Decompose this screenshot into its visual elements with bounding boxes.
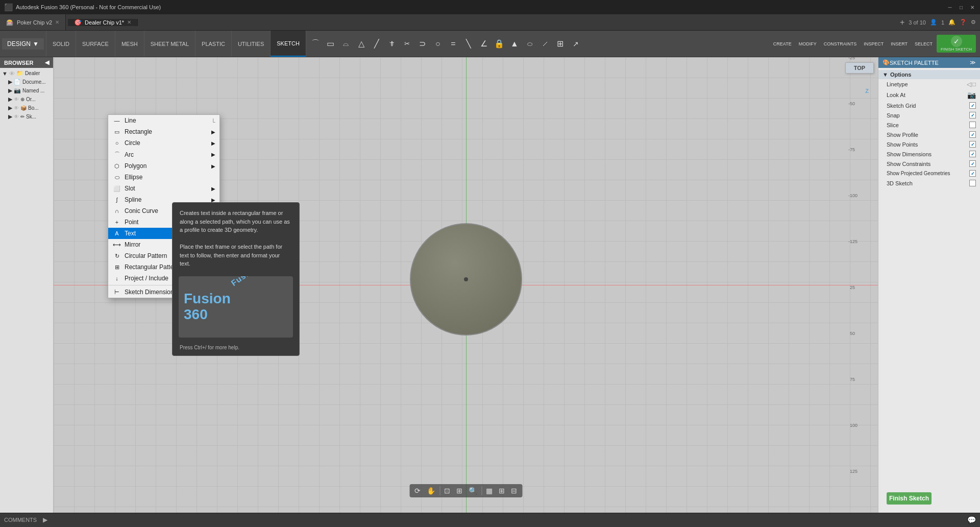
pan-icon[interactable]: ✋: [425, 486, 437, 496]
zoom-in-icon[interactable]: 🔍: [467, 486, 479, 496]
menu-item-slot[interactable]: ⬜ Slot ▶: [108, 183, 219, 194]
tool-trim[interactable]: ✂: [400, 35, 414, 53]
zoom-window-icon[interactable]: ⊞: [454, 486, 464, 496]
tool-equals[interactable]: =: [446, 35, 460, 53]
look-at-icon[interactable]: 📷: [967, 91, 976, 99]
maximize-button[interactable]: □: [958, 4, 965, 11]
canvas-area[interactable]: TOP Z -25 -50 -75 -100 -125 25 50 75 100…: [54, 57, 878, 513]
show-projected-row[interactable]: Show Projected Geometries: [878, 169, 980, 178]
tool-circle[interactable]: ○: [431, 35, 445, 53]
browser-item-5[interactable]: ▶ 👁 ✏ Sk...: [0, 112, 53, 121]
tool-curve[interactable]: 🗡: [385, 35, 399, 53]
visibility-icon4[interactable]: 👁: [14, 114, 19, 119]
minimize-button[interactable]: ─: [946, 4, 953, 11]
insert-group[interactable]: INSERT: [888, 40, 911, 47]
tool-line[interactable]: ⌒: [308, 35, 323, 53]
browser-item-4[interactable]: ▶ 👁 📦 Bo...: [0, 104, 53, 112]
design-dropdown-button[interactable]: DESIGN ▼: [2, 38, 44, 50]
tab-plastic[interactable]: PLASTIC: [195, 31, 232, 57]
view-settings-icon[interactable]: ⊟: [509, 486, 519, 496]
show-projected-checkbox[interactable]: [969, 170, 976, 177]
visibility-icon3[interactable]: 👁: [14, 105, 19, 111]
close-button[interactable]: ✕: [969, 4, 976, 11]
tool-slash2[interactable]: ⟋: [538, 35, 552, 53]
tab-utilities[interactable]: UTILITIES: [232, 31, 271, 57]
tool-arc[interactable]: ⌓: [339, 35, 353, 53]
tool-rect[interactable]: ▭: [324, 35, 338, 53]
show-constraints-checkbox[interactable]: [969, 160, 976, 167]
menu-item-polygon[interactable]: ⬡ Polygon ▶: [108, 160, 219, 172]
menu-item-ellipse[interactable]: ⬭ Ellipse: [108, 172, 219, 183]
visibility-icon[interactable]: 👁: [9, 70, 15, 77]
tool-pattern[interactable]: ⊞: [553, 35, 568, 53]
display-settings-icon[interactable]: ▦: [484, 486, 495, 496]
visibility-icon2[interactable]: 👁: [14, 97, 19, 102]
menu-item-arc[interactable]: ⌒ Arc ▶: [108, 149, 219, 160]
show-dimensions-checkbox[interactable]: [969, 151, 976, 157]
sketch-palette-expand-icon[interactable]: ≫: [970, 59, 976, 66]
notification-icon[interactable]: 🔔: [948, 19, 955, 26]
orbit-icon[interactable]: ⟳: [412, 486, 423, 496]
view-cube[interactable]: TOP: [845, 62, 874, 74]
show-points-row[interactable]: Show Points: [878, 139, 980, 149]
select-group[interactable]: SELECT: [912, 40, 936, 47]
tab-solid[interactable]: SOLID: [46, 31, 76, 57]
sketch-grid-checkbox[interactable]: [969, 102, 976, 109]
slice-checkbox[interactable]: [969, 122, 976, 128]
browser-expand-icon[interactable]: ◀: [45, 59, 49, 66]
snap-row[interactable]: Snap: [878, 110, 980, 120]
item-label: Sk...: [26, 114, 36, 119]
tool-triangle[interactable]: △: [354, 35, 369, 53]
tool-pointer[interactable]: ↗: [569, 35, 583, 53]
tool-angle[interactable]: ∠: [477, 35, 491, 53]
show-profile-row[interactable]: Show Profile: [878, 130, 980, 139]
tab-close-dealer[interactable]: ✕: [127, 19, 131, 25]
create-group[interactable]: CREATE: [770, 40, 795, 47]
3d-sketch-row[interactable]: 3D Sketch: [878, 178, 980, 188]
snap-checkbox[interactable]: [969, 112, 976, 118]
tab-surface[interactable]: SURFACE: [76, 31, 115, 57]
tool-line2[interactable]: ╱: [370, 35, 384, 53]
menu-item-circle[interactable]: ○ Circle ▶: [108, 137, 219, 149]
add-tab-button[interactable]: +: [900, 18, 904, 27]
help-icon[interactable]: ❓: [960, 19, 967, 26]
show-profile-checkbox[interactable]: [969, 131, 976, 138]
comment-expand-icon[interactable]: ▶: [43, 516, 47, 523]
menu-item-line[interactable]: — Line L: [108, 115, 219, 126]
tab-mesh[interactable]: MESH: [115, 31, 144, 57]
show-constraints-row[interactable]: Show Constraints: [878, 159, 980, 169]
tool-offset[interactable]: ⊃: [415, 35, 430, 53]
grid-settings-icon[interactable]: ⊞: [497, 486, 507, 496]
linetype-icon-1[interactable]: ◁: [967, 81, 971, 88]
finish-sketch-group[interactable]: ✓ FINISH SKETCH: [937, 35, 976, 53]
browser-item-1[interactable]: ▶ 📄 Docume...: [0, 78, 53, 86]
slice-row[interactable]: Slice: [878, 120, 980, 130]
menu-item-rectangle[interactable]: ▭ Rectangle ▶: [108, 126, 219, 137]
tab-sheet-metal[interactable]: SHEET METAL: [144, 31, 195, 57]
linetype-icon-2[interactable]: □: [972, 81, 976, 88]
tool-slash[interactable]: ╲: [461, 35, 476, 53]
comment-add-icon[interactable]: 💬: [967, 516, 976, 524]
tool-ellipse[interactable]: ⬭: [523, 35, 537, 53]
tool-triange2[interactable]: ▲: [507, 35, 522, 53]
modify-group[interactable]: MODIFY: [796, 40, 820, 47]
3d-sketch-checkbox[interactable]: [969, 180, 976, 186]
tab-poker-chip[interactable]: 🎰 Poker Chip v2 ✕: [0, 14, 66, 30]
tab-close-poker-chip[interactable]: ✕: [55, 19, 59, 25]
show-projected-label: Show Projected Geometries: [887, 171, 950, 176]
show-dimensions-row[interactable]: Show Dimensions: [878, 149, 980, 159]
browser-item-3[interactable]: ▶ 👁 ⊕ Or...: [0, 95, 53, 104]
tab-dealer-chip[interactable]: 🎯 Dealer Chip v1* ✕: [68, 19, 138, 26]
browser-item-0[interactable]: ▼ 👁 📁 Dealer: [0, 69, 53, 78]
finish-sketch-button[interactable]: Finish Sketch: [887, 492, 932, 505]
sketch-grid-row[interactable]: Sketch Grid: [878, 101, 980, 110]
tool-lock[interactable]: 🔒: [492, 35, 506, 53]
zoom-fit-icon[interactable]: ⊡: [442, 486, 452, 496]
show-points-checkbox[interactable]: [969, 141, 976, 148]
tab-sketch[interactable]: SKETCH: [271, 31, 306, 57]
browser-item-2[interactable]: ▶ 📷 Named ...: [0, 86, 53, 95]
constraints-group[interactable]: CONSTRAINTS: [821, 40, 860, 47]
options-section-header[interactable]: ▼ Options: [878, 70, 980, 79]
inspect-group[interactable]: INSPECT: [861, 40, 887, 47]
settings-icon[interactable]: ⚙: [971, 19, 976, 26]
